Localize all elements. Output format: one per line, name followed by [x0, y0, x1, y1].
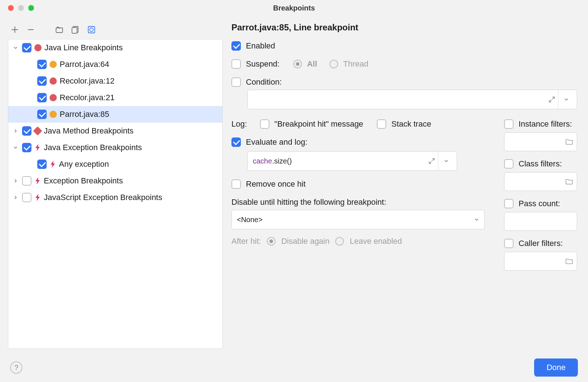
chevron-right-icon[interactable] — [12, 179, 19, 183]
group-label: Java Line Breakpoints — [44, 43, 123, 52]
suspend-checkbox[interactable] — [231, 59, 241, 69]
tree-item[interactable]: Parrot.java:64 — [8, 56, 222, 73]
evaluate-input[interactable]: cache.size() — [247, 151, 457, 171]
remove-once-hit-row: Remove once hit — [231, 179, 485, 189]
after-hit-label: After hit: — [231, 237, 261, 246]
breakpoint-line-icon — [50, 94, 57, 101]
breakpoint-exception-icon — [34, 144, 41, 152]
zoom-window-button[interactable] — [28, 5, 34, 11]
enabled-checkbox[interactable] — [231, 41, 241, 51]
window-title: Breakpoints — [0, 4, 588, 12]
caller-filters-checkbox[interactable] — [504, 239, 514, 248]
item-checkbox[interactable] — [37, 76, 47, 86]
evaluate-field-container: cache.size() — [247, 151, 485, 171]
chevron-down-icon[interactable] — [12, 145, 19, 150]
options-columns: Log: "Breakpoint hit" message Stack trac… — [231, 119, 577, 271]
left-toolbar — [8, 20, 223, 39]
group-checkbox[interactable] — [22, 126, 31, 136]
class-filters-input[interactable] — [504, 172, 577, 191]
add-breakpoint-button[interactable] — [10, 25, 20, 34]
browse-icon[interactable] — [565, 258, 573, 264]
suspend-all-radio[interactable] — [293, 60, 302, 68]
tree-group-exception[interactable]: Exception Breakpoints — [8, 173, 222, 189]
breakpoint-line-icon — [50, 111, 57, 118]
view-options-button[interactable] — [87, 25, 96, 34]
instance-filters-row: Instance filters: — [504, 119, 577, 129]
group-checkbox[interactable] — [22, 193, 31, 202]
suspend-thread-radio[interactable] — [329, 60, 338, 68]
evaluate-checkbox[interactable] — [231, 137, 241, 147]
browse-icon[interactable] — [565, 178, 573, 185]
condition-checkbox[interactable] — [231, 77, 241, 87]
tree-group-java-method[interactable]: Java Method Breakpoints — [8, 123, 222, 139]
traffic-lights — [8, 5, 34, 11]
suspend-label: Suspend: — [246, 59, 280, 69]
breakpoints-dialog: Breakpoints — [0, 0, 588, 382]
log-label: Log: — [231, 119, 247, 129]
caller-filters-input[interactable] — [504, 252, 577, 271]
expand-icon[interactable] — [429, 158, 435, 164]
group-label: Java Method Breakpoints — [44, 126, 133, 136]
options-right-column: Instance filters: Class filters: — [504, 119, 577, 271]
class-filters-checkbox[interactable] — [504, 159, 514, 169]
remove-once-hit-checkbox[interactable] — [231, 179, 241, 189]
item-checkbox[interactable] — [37, 160, 47, 169]
pass-count-checkbox[interactable] — [504, 199, 514, 208]
tree-item[interactable]: Any exception — [8, 156, 222, 173]
group-checkbox[interactable] — [22, 143, 31, 152]
item-checkbox[interactable] — [37, 110, 47, 119]
class-filters-row: Class filters: — [504, 159, 577, 169]
svg-rect-3 — [88, 26, 95, 33]
stacktrace-checkbox[interactable] — [377, 119, 386, 129]
tree-item[interactable]: Recolor.java:12 — [8, 73, 222, 89]
left-panel: Java Line Breakpoints Parrot.java:64 Rec… — [0, 16, 223, 353]
condition-history-dropdown[interactable] — [558, 90, 574, 109]
after-hit-disable-label: Disable again — [281, 237, 329, 246]
disable-until-value: <None> — [237, 216, 474, 224]
tree-item[interactable]: Recolor.java:21 — [8, 89, 222, 106]
chevron-down-icon[interactable] — [12, 46, 19, 50]
item-checkbox[interactable] — [37, 93, 47, 102]
condition-input[interactable] — [247, 90, 577, 109]
browse-icon[interactable] — [565, 139, 573, 145]
condition-row: Condition: — [231, 77, 577, 87]
titlebar: Breakpoints — [0, 0, 588, 16]
caller-filters-row: Caller filters: — [504, 239, 577, 248]
group-checkbox[interactable] — [22, 43, 31, 52]
disable-until-select[interactable]: <None> — [231, 210, 485, 229]
log-row: Log: "Breakpoint hit" message Stack trac… — [231, 119, 485, 129]
instance-filters-checkbox[interactable] — [504, 119, 514, 129]
evaluate-label: Evaluate and log: — [246, 137, 307, 147]
group-checkbox[interactable] — [22, 176, 31, 186]
evaluate-history-dropdown[interactable] — [438, 152, 454, 170]
breakpoints-tree[interactable]: Java Line Breakpoints Parrot.java:64 Rec… — [8, 39, 223, 349]
close-window-button[interactable] — [8, 5, 14, 11]
tree-group-js-exception[interactable]: JavaScript Exception Breakpoints — [8, 189, 222, 206]
pass-count-input[interactable] — [504, 212, 577, 231]
breakpoint-method-icon — [33, 126, 42, 135]
item-checkbox[interactable] — [37, 60, 47, 69]
group-by-package-button[interactable] — [55, 25, 64, 34]
details-panel: Parrot.java:85, Line breakpoint Enabled … — [223, 16, 588, 353]
condition-field-container — [247, 90, 577, 109]
instance-filters-input[interactable] — [504, 132, 577, 151]
pass-count-label: Pass count: — [519, 199, 560, 208]
done-button[interactable]: Done — [534, 358, 578, 377]
tree-group-java-line[interactable]: Java Line Breakpoints — [8, 39, 222, 56]
after-hit-disable-radio[interactable] — [267, 237, 276, 246]
bphit-checkbox[interactable] — [260, 119, 269, 129]
after-hit-leave-radio[interactable] — [335, 237, 344, 246]
chevron-right-icon[interactable] — [12, 195, 19, 200]
item-label: Any exception — [59, 160, 109, 169]
item-label: Recolor.java:21 — [60, 93, 115, 102]
chevron-right-icon[interactable] — [12, 129, 19, 133]
expand-icon[interactable] — [549, 96, 555, 103]
help-button[interactable]: ? — [10, 361, 22, 374]
tree-group-java-exception[interactable]: Java Exception Breakpoints — [8, 139, 222, 156]
details-heading: Parrot.java:85, Line breakpoint — [231, 22, 577, 33]
suspend-row: Suspend: All Thread — [231, 59, 577, 69]
minimize-window-button[interactable] — [18, 5, 24, 11]
group-by-file-button[interactable] — [71, 25, 80, 34]
remove-breakpoint-button[interactable] — [26, 25, 35, 34]
tree-item-selected[interactable]: Parrot.java:85 — [8, 106, 222, 123]
